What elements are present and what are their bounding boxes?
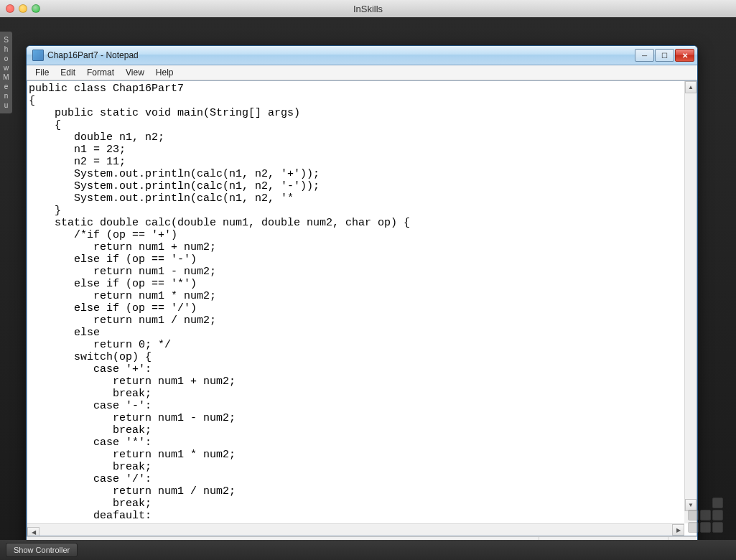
menu-format[interactable]: Format bbox=[81, 66, 120, 79]
vertical-scrollbar[interactable]: ▲ ▼ bbox=[684, 81, 697, 511]
close-button[interactable]: ✕ bbox=[675, 49, 694, 62]
window-controls: ─ ☐ ✕ bbox=[635, 49, 694, 62]
text-editor[interactable]: public class Chap16Part7 { public static… bbox=[27, 81, 697, 523]
show-controller-button[interactable]: Show Controller bbox=[6, 543, 78, 557]
minimize-icon[interactable] bbox=[19, 4, 27, 13]
scroll-left-icon[interactable]: ◀ bbox=[27, 527, 39, 537]
notepad-window: Chap16Part7 - Notepad ─ ☐ ✕ File Edit Fo… bbox=[26, 45, 698, 553]
mac-titlebar: InSkills bbox=[0, 0, 736, 17]
menu-file[interactable]: File bbox=[29, 66, 55, 79]
keycast-overlay bbox=[684, 498, 723, 537]
menu-view[interactable]: View bbox=[120, 66, 150, 79]
show-menu-tab[interactable]: S h o w M e n u bbox=[0, 32, 12, 113]
menubar: File Edit Format View Help bbox=[27, 65, 697, 80]
menu-edit[interactable]: Edit bbox=[55, 66, 81, 79]
close-icon[interactable] bbox=[6, 4, 14, 13]
notepad-titlebar[interactable]: Chap16Part7 - Notepad ─ ☐ ✕ bbox=[27, 46, 697, 65]
maximize-button[interactable]: ☐ bbox=[655, 49, 674, 62]
zoom-icon[interactable] bbox=[32, 4, 40, 13]
horizontal-scrollbar[interactable]: ◀ ▶ bbox=[27, 523, 684, 536]
desktop-area: S h o w M e n u Chap16Part7 - Notepad ─ … bbox=[0, 17, 736, 560]
scroll-up-icon[interactable]: ▲ bbox=[685, 81, 697, 93]
notepad-icon bbox=[32, 50, 44, 61]
menu-help[interactable]: Help bbox=[150, 66, 180, 79]
traffic-lights bbox=[6, 4, 40, 13]
scroll-right-icon[interactable]: ▶ bbox=[672, 524, 684, 536]
editor-container: public class Chap16Part7 { public static… bbox=[27, 80, 697, 536]
minimize-button[interactable]: ─ bbox=[635, 49, 654, 62]
bottom-bar: Show Controller bbox=[0, 540, 736, 560]
notepad-title: Chap16Part7 - Notepad bbox=[47, 50, 635, 60]
mac-window-title: InSkills bbox=[353, 4, 383, 14]
